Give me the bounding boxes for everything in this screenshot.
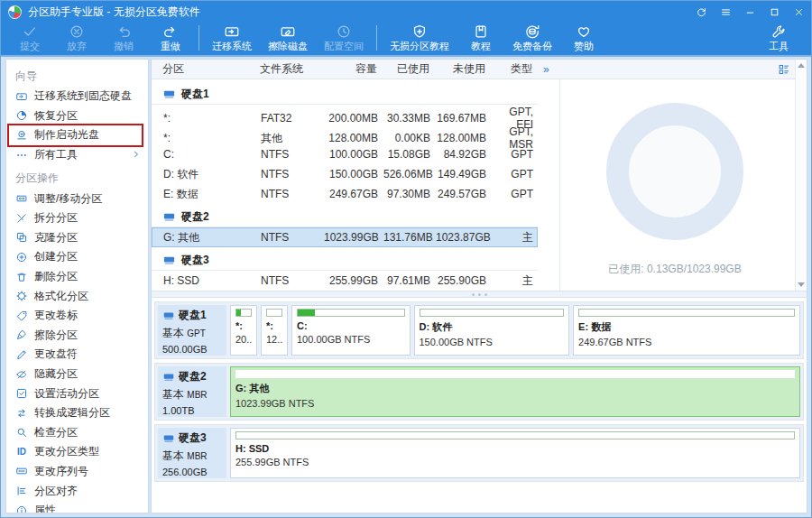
sidebar-item-label: 恢复分区 (34, 108, 78, 124)
cell-used: 131.76MB (383, 231, 436, 244)
partition-row[interactable]: E: 数据NTFS249.67GB97.30MB249.57GBGPT (152, 184, 538, 204)
partition-row[interactable]: *:FAT32200.00MB30.33MB169.67MBGPT, EFI (152, 105, 538, 125)
sidebar-item-create-partition[interactable]: 创建分区 (6, 247, 148, 267)
toolbar-tutorial-button[interactable]: 教程 (457, 22, 504, 54)
menu-button[interactable] (714, 1, 738, 23)
toolbar-separator (376, 25, 377, 51)
partition-block[interactable]: *:20... (230, 305, 257, 356)
partition-block[interactable]: D: 软件150.00GB NTFS (414, 305, 570, 356)
maximize-button[interactable] (762, 1, 787, 23)
minimize-button[interactable] (738, 1, 762, 23)
disk-scheme: MBR (187, 390, 207, 400)
sidebar-item-make-bootable-cd[interactable]: 制作启动光盘 (6, 125, 148, 145)
sidebar-item-format-partition[interactable]: 格式化分区 (6, 286, 148, 306)
toolbar-discard-label: 放弃 (67, 41, 87, 52)
partition-row[interactable]: *:其他128.00MB0.00KB128.00MBGPT, MSR (152, 125, 538, 144)
partition-size-fs: 20... (235, 334, 252, 345)
disk-label[interactable]: 硬盘2基本 MBR1.00TB (158, 366, 226, 417)
disk-group-header[interactable]: 硬盘2 (152, 208, 538, 227)
sidebar-item-change-label[interactable]: 更改卷标 (6, 306, 148, 326)
partition-row[interactable]: C:NTFS100.00GB15.08GB84.92GBGPT (152, 144, 538, 164)
sidebar-item-partition-alignment[interactable]: 分区对齐 (6, 481, 148, 501)
sidebar-item-clone-partition[interactable]: 克隆分区 (6, 228, 148, 248)
sidebar-item-change-partition-type[interactable]: ID更改分区类型 (6, 442, 148, 462)
cell-partition: *: (163, 132, 261, 144)
split-icon (15, 212, 28, 225)
cell-capacity: 150.00GB (324, 168, 383, 180)
refresh-button[interactable] (689, 1, 714, 23)
toolbar-migrate-os-button[interactable]: 迁移系统 (204, 22, 260, 54)
splitter-handle[interactable] (152, 291, 807, 298)
sidebar-item-wipe-partition[interactable]: 擦除分区 (6, 326, 148, 346)
toolbar-tools-button[interactable]: 工具 (755, 22, 802, 54)
sidebar-item-check-partition[interactable]: 检查分区 (6, 423, 148, 443)
partition-row[interactable]: H: SSDNTFS255.99GB97.61MB255.90GB主 (152, 271, 538, 291)
partition-block[interactable]: *:12... (261, 305, 288, 356)
sidebar-item-change-serial-number[interactable]: 更改序列号 (6, 462, 148, 482)
column-header-used[interactable]: 已使用 (383, 61, 435, 77)
toolbar-wipe-disk-button[interactable]: 擦除磁盘 (260, 22, 316, 54)
sidebar-item-label: 所有工具 (34, 147, 78, 162)
partition-name: G: 其他 (235, 382, 795, 395)
cell-filesystem: NTFS (261, 148, 324, 161)
sidebar-item-resize-move-partition[interactable]: 调整/移动分区 (6, 189, 148, 208)
sidebar-item-all-tools[interactable]: 所有工具 (6, 145, 148, 165)
cell-used: 30.33MB (383, 112, 436, 125)
disk-label[interactable]: 硬盘3基本 MBR256.00GB (158, 428, 226, 478)
convert-icon (15, 407, 28, 420)
column-header-capacity[interactable]: 容量 (323, 61, 383, 77)
undo-icon (115, 23, 132, 40)
cell-capacity: 1023.99GB (324, 231, 383, 244)
scroll-down-icon[interactable] (798, 282, 805, 287)
partition-block[interactable]: H: SSD255.99GB NTFS (230, 428, 800, 478)
disk-scheme: GPT (187, 328, 206, 338)
toolbar-free-backup-button[interactable]: 免费备份 (504, 22, 560, 54)
toolbar-wipe-disk-label: 擦除磁盘 (268, 41, 308, 52)
toolbar-redo-label: 重做 (161, 41, 180, 52)
partition-block[interactable]: C:100.00GB NTFS (291, 305, 411, 356)
partition-row[interactable]: G: 其他NTFS1023.99GB131.76MB1023.87GB主 (152, 227, 538, 247)
toolbar-redo-button[interactable]: 重做 (147, 22, 194, 54)
sidebar-item-split-partition[interactable]: 拆分分区 (6, 208, 148, 228)
sidebar-item-delete-partition[interactable]: 删除分区 (6, 267, 148, 287)
app-window: 分区助手专业版 - 无损分区免费软件 提交放弃撤销重做迁移系统擦除磁盘配置空间无… (0, 0, 812, 518)
partition-row[interactable]: D: 软件NTFS150.00GB526.06MB149.49GBGPT (152, 164, 538, 184)
toolbar-sponsor-label: 赞助 (574, 41, 594, 52)
scroll-up-icon[interactable] (798, 63, 805, 68)
table-header-bar: 分区文件系统容量已使用未使用类型 » (152, 60, 795, 79)
sidebar-item-set-active-partition[interactable]: 设置活动分区 (6, 384, 148, 403)
column-header-filesystem[interactable]: 文件系统 (260, 61, 323, 77)
column-header-type[interactable]: 类型 (491, 61, 538, 77)
drive-solid-icon (162, 432, 175, 445)
partition-block[interactable]: G: 其他1023.99GB NTFS (230, 366, 800, 417)
columns-overflow-indicator[interactable]: » (543, 63, 549, 76)
toolbar-sponsor-button[interactable]: 赞助 (560, 22, 607, 54)
toolbar-commit-button: 提交 (6, 22, 53, 54)
partition-block[interactable]: E: 数据249.67GB NTFS (573, 305, 800, 356)
sidebar-item-migrate-to-ssd[interactable]: 迁移系统到固态硬盘 (6, 87, 148, 106)
cell-capacity: 128.00MB (324, 132, 383, 144)
wrench-icon (770, 23, 787, 40)
sidebar-item-recover-partition[interactable]: 恢复分区 (6, 106, 148, 126)
vertical-scrollbar[interactable] (795, 60, 807, 291)
disk-partitions: H: SSD255.99GB NTFS (230, 428, 800, 478)
column-header-unused[interactable]: 未使用 (435, 61, 491, 77)
cell-filesystem: 其他 (261, 131, 324, 146)
disk-usage-panel: 已使用: 0.13GB/1023.99GB (560, 79, 795, 291)
cell-unused: 249.57GB (436, 188, 492, 200)
sidebar-item-hide-partition[interactable]: 隐藏分区 (6, 365, 148, 384)
column-header-partition[interactable]: 分区 (162, 61, 260, 77)
panel-layout-toggle-icon[interactable] (778, 63, 790, 76)
toolbar-nondestructive-tutorial-button[interactable]: 无损分区教程 (382, 22, 457, 54)
check-icon (22, 23, 38, 40)
sidebar-item-convert-to-logical[interactable]: 转换成逻辑分区 (6, 403, 148, 423)
sidebar-item-properties[interactable]: 属性 (6, 501, 148, 513)
sidebar-item-label: 迁移系统到固态硬盘 (34, 88, 132, 104)
disk-group-header[interactable]: 硬盘3 (152, 251, 538, 271)
close-button[interactable] (787, 1, 811, 23)
disk-group-header[interactable]: 硬盘1 (152, 85, 538, 105)
disk-label[interactable]: 硬盘1基本 GPT500.00GB (158, 305, 226, 356)
partition-name: E: 数据 (578, 320, 795, 334)
sidebar-item-change-drive-letter[interactable]: 更改盘符 (6, 345, 148, 365)
used-fill (298, 310, 315, 316)
